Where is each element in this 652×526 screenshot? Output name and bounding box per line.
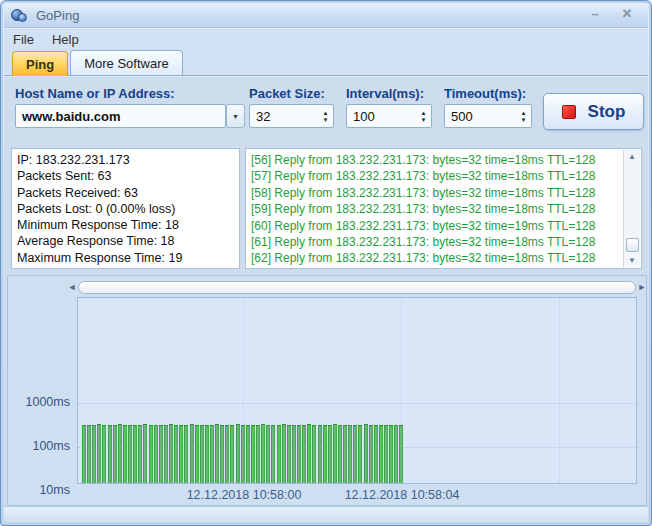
scroll-down-icon[interactable]: ▼	[628, 256, 636, 265]
chart-bar	[169, 424, 173, 484]
log-line: [57] Reply from 183.232.231.173: bytes=3…	[251, 168, 641, 184]
chart-bar	[113, 425, 117, 483]
menu-bar: File Help	[4, 29, 648, 49]
chart-bar	[343, 425, 347, 483]
chart-bar	[399, 425, 403, 483]
timeout-label: Timeout(ms):	[444, 86, 526, 101]
chart-bar	[184, 425, 188, 483]
chart-scrollbar-thumb[interactable]	[78, 281, 636, 294]
chart-bar	[220, 425, 224, 483]
x-tick-1: 12.12.2018 10:58:00	[164, 488, 324, 502]
chart-bar	[389, 425, 393, 483]
chart-bar	[179, 425, 183, 483]
chart-bar	[138, 425, 142, 483]
packet-size-label: Packet Size:	[249, 86, 325, 101]
chart-bar	[123, 425, 127, 483]
chart-bar	[292, 425, 296, 483]
y-tick-10ms: 10ms	[12, 483, 70, 497]
chart-bar	[251, 425, 255, 483]
scroll-right-icon[interactable]: ►	[636, 282, 648, 292]
chart-bar	[195, 425, 199, 483]
chart-bar	[128, 425, 132, 483]
chart-bar	[164, 425, 168, 483]
menu-file[interactable]: File	[4, 30, 43, 49]
chart-bar	[394, 425, 398, 483]
spin-down-icon[interactable]: ▼	[323, 117, 329, 123]
chart-plot-area	[77, 297, 637, 484]
chart-bar	[210, 425, 214, 483]
chart-bar	[384, 425, 388, 483]
chart-bar	[190, 424, 194, 484]
stats-line: Packets Received: 63	[17, 185, 239, 201]
host-input[interactable]: www.baidu.com	[15, 104, 226, 128]
ping-log-panel[interactable]: [56] Reply from 183.232.231.173: bytes=3…	[245, 148, 642, 269]
chart-bar	[241, 425, 245, 483]
packet-size-input[interactable]: 32 ▲ ▼	[249, 104, 334, 128]
host-value: www.baidu.com	[16, 109, 225, 124]
menu-help[interactable]: Help	[43, 30, 88, 49]
ping-tab-page: Host Name or IP Address: Packet Size: In…	[4, 77, 648, 508]
ping-log-lines: [56] Reply from 183.232.231.173: bytes=3…	[251, 152, 641, 267]
chart-bar	[246, 425, 250, 483]
statistics-panel: IP: 183.232.231.173Packets Sent: 63Packe…	[11, 148, 240, 269]
host-label: Host Name or IP Address:	[15, 86, 175, 101]
interval-input[interactable]: 100 ▲ ▼	[346, 104, 432, 128]
response-time-chart: ◄ ► 1000ms 100ms 10ms 12.12.2018 10:58:0…	[7, 275, 647, 506]
app-window: GoPing – ✕ File Help Ping More Software …	[0, 0, 652, 526]
chart-horizontal-scrollbar[interactable]: ◄ ►	[66, 279, 648, 295]
chart-bar	[159, 425, 163, 483]
chart-bar	[108, 425, 112, 483]
chart-bar	[87, 425, 91, 483]
chart-bar	[82, 425, 86, 483]
chart-bar	[92, 425, 96, 483]
window-title: GoPing	[36, 8, 79, 23]
spin-down-icon[interactable]: ▼	[521, 117, 527, 123]
spin-down-icon[interactable]: ▼	[421, 117, 427, 123]
chart-bar	[154, 425, 158, 483]
app-logo-icon	[11, 7, 28, 24]
chart-bar	[149, 425, 153, 483]
y-tick-1000ms: 1000ms	[12, 395, 70, 409]
host-dropdown-button[interactable]: ▼	[226, 104, 245, 128]
chart-bar	[297, 425, 301, 483]
chart-bar	[143, 424, 147, 484]
chart-bar	[205, 425, 209, 483]
chart-bar	[379, 425, 383, 483]
tab-more-software[interactable]: More Software	[70, 50, 183, 75]
stats-line: Maximum Response Time: 19	[17, 250, 239, 266]
stats-line: Average Response Time: 18	[17, 233, 239, 249]
chart-bar	[133, 425, 137, 483]
log-line: [60] Reply from 183.232.231.173: bytes=3…	[251, 218, 641, 234]
chart-bar	[323, 425, 327, 483]
chevron-down-icon: ▼	[232, 113, 239, 120]
chart-bar	[333, 424, 337, 484]
log-scrollbar-thumb[interactable]	[626, 238, 639, 252]
stop-button[interactable]: Stop	[543, 93, 644, 130]
chart-bar	[174, 425, 178, 483]
chart-bar	[118, 424, 122, 484]
scroll-left-icon[interactable]: ◄	[66, 282, 78, 292]
log-vertical-scrollbar[interactable]: ▲ ▼	[623, 150, 640, 267]
spin-up-icon[interactable]: ▲	[421, 110, 427, 116]
spin-up-icon[interactable]: ▲	[521, 110, 527, 116]
close-icon[interactable]: ✕	[616, 7, 638, 23]
log-line: [58] Reply from 183.232.231.173: bytes=3…	[251, 185, 641, 201]
chart-bar	[287, 425, 291, 483]
stop-button-label: Stop	[588, 102, 626, 122]
chart-bar	[369, 425, 373, 483]
x-tick-2: 12.12.2018 10:58:04	[322, 488, 482, 502]
timeout-input[interactable]: 500 ▲ ▼	[444, 104, 532, 128]
chart-bars	[79, 298, 636, 483]
scroll-up-icon[interactable]: ▲	[628, 152, 636, 161]
chart-bar	[271, 425, 275, 483]
chart-bar	[353, 425, 357, 483]
spin-up-icon[interactable]: ▲	[323, 110, 329, 116]
chart-bar	[225, 425, 229, 483]
log-line: [61] Reply from 183.232.231.173: bytes=3…	[251, 234, 641, 250]
minimize-icon[interactable]: –	[584, 7, 606, 23]
tab-ping[interactable]: Ping	[12, 51, 68, 76]
chart-bar	[97, 424, 101, 484]
title-bar: GoPing – ✕	[4, 3, 648, 28]
stats-line: Packets Sent: 63	[17, 168, 239, 184]
stats-line: Packets Lost: 0 (0.00% loss)	[17, 201, 239, 217]
